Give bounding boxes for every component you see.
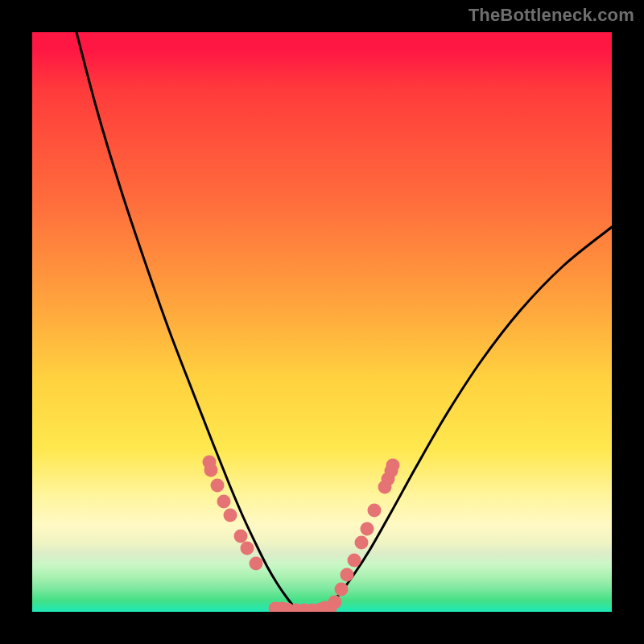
data-dot <box>368 504 382 518</box>
data-dot <box>241 542 254 555</box>
curve-right <box>326 227 612 609</box>
data-dot <box>335 583 349 597</box>
data-dot <box>386 459 400 473</box>
data-dot <box>361 522 374 536</box>
outer-frame: TheBottleneck.com <box>0 0 644 644</box>
watermark-text: TheBottleneck.com <box>469 5 634 26</box>
data-dot <box>341 568 354 582</box>
data-dot <box>234 530 248 543</box>
data-dot <box>348 554 361 568</box>
chart-svg <box>32 32 612 612</box>
plot-area <box>32 32 612 612</box>
data-dots <box>203 456 400 613</box>
curve-left <box>76 32 295 609</box>
data-dot <box>204 464 218 477</box>
bottleneck-curve <box>76 32 612 609</box>
data-dot <box>211 479 225 493</box>
data-dot <box>224 509 237 522</box>
data-dot <box>217 495 231 509</box>
data-dot <box>250 557 263 571</box>
data-dot <box>355 536 369 550</box>
data-dot <box>328 596 342 609</box>
